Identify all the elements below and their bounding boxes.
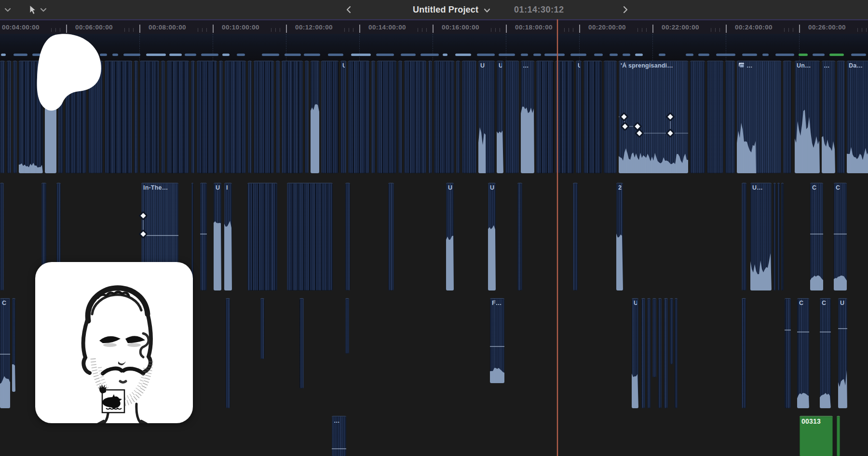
clip-volume-line[interactable] — [820, 332, 831, 332]
audio-clip[interactable] — [345, 298, 349, 354]
audio-clip[interactable] — [226, 298, 230, 408]
clip-volume-line[interactable] — [141, 235, 178, 236]
audio-clip[interactable] — [517, 183, 522, 290]
audio-clip[interactable] — [785, 298, 791, 408]
audio-clip[interactable] — [191, 61, 195, 173]
audio-clip-[interactable]: … — [822, 61, 835, 173]
audio-clip[interactable] — [783, 61, 791, 173]
audio-clip-[interactable]: … — [737, 61, 781, 173]
audio-clip[interactable] — [161, 61, 165, 173]
audio-clip[interactable] — [573, 183, 578, 290]
audio-clip[interactable] — [404, 61, 426, 173]
audio-clip-[interactable]: … — [521, 61, 534, 173]
audio-clip-un[interactable]: Un… — [795, 61, 820, 173]
audio-clip[interactable] — [434, 61, 454, 173]
previous-item-button[interactable] — [345, 0, 352, 19]
audio-clip[interactable] — [19, 61, 43, 173]
audio-clip-u[interactable]: U — [576, 61, 582, 173]
audio-clip-sprengisandi[interactable]: 'Á sprengisandi… — [619, 61, 688, 173]
audio-clip[interactable] — [428, 61, 432, 173]
audio-clip[interactable] — [377, 61, 396, 173]
audio-clip[interactable] — [0, 61, 5, 173]
audio-clip-i[interactable]: I — [224, 183, 232, 290]
audio-clip[interactable] — [742, 183, 746, 290]
audio-clip[interactable] — [305, 61, 309, 173]
audio-clip[interactable] — [837, 61, 845, 173]
audio-clip[interactable] — [664, 298, 668, 408]
audio-clip[interactable] — [505, 61, 519, 173]
audio-clip[interactable] — [777, 183, 780, 290]
audio-clip[interactable] — [287, 183, 333, 290]
audio-clip[interactable] — [134, 61, 138, 173]
audio-clip-u[interactable]: U — [488, 183, 496, 290]
audio-clip-u[interactable]: U — [446, 183, 454, 290]
audio-clip[interactable] — [348, 61, 369, 173]
audio-clip[interactable] — [583, 61, 602, 173]
clip-volume-line[interactable] — [810, 234, 823, 235]
audio-clip[interactable] — [647, 298, 651, 408]
audio-clip[interactable] — [247, 183, 277, 290]
audio-clip[interactable] — [58, 61, 63, 173]
audio-clip[interactable] — [197, 61, 217, 173]
audio-clip-2[interactable]: 2 — [616, 183, 623, 290]
audio-clip[interactable] — [200, 183, 207, 290]
clip-volume-line[interactable] — [785, 330, 791, 331]
audio-clip-c[interactable]: C — [820, 298, 831, 408]
audio-clip[interactable] — [299, 298, 304, 388]
audio-clip[interactable] — [167, 61, 189, 173]
audio-clip-u[interactable]: U — [838, 298, 847, 408]
audio-clip-u[interactable]: U — [497, 61, 503, 173]
next-item-button[interactable] — [622, 0, 629, 19]
audio-clip[interactable] — [670, 298, 673, 364]
audio-clip[interactable] — [781, 183, 784, 290]
audio-clip-c[interactable]: C — [0, 298, 10, 408]
audio-clip[interactable] — [225, 61, 246, 173]
audio-clip-[interactable]: … — [332, 416, 346, 456]
audio-clip[interactable] — [658, 298, 662, 408]
audio-clip[interactable] — [13, 61, 17, 173]
audio-clip[interactable] — [12, 298, 15, 392]
audio-clip[interactable] — [773, 183, 776, 290]
project-title-dropdown[interactable]: Untitled Project — [413, 0, 491, 19]
cursor-tool-button[interactable] — [28, 0, 47, 19]
clip-volume-line[interactable] — [332, 448, 346, 449]
audio-clip[interactable] — [536, 61, 554, 173]
audio-clip[interactable] — [837, 416, 840, 456]
audio-clip-u[interactable]: U — [340, 61, 346, 173]
audio-clip[interactable] — [248, 61, 252, 173]
audio-clip[interactable] — [690, 61, 705, 173]
audio-clip[interactable] — [45, 61, 56, 173]
audio-clip[interactable] — [0, 183, 4, 290]
audio-clip[interactable] — [282, 61, 303, 173]
audio-clip[interactable] — [260, 298, 264, 359]
audio-clip[interactable] — [345, 183, 350, 290]
clip-volume-line[interactable] — [0, 354, 10, 355]
audio-clip[interactable] — [105, 61, 132, 173]
audio-clip[interactable] — [254, 61, 274, 173]
audio-clip-c[interactable]: C — [834, 183, 847, 290]
audio-clip[interactable] — [652, 298, 656, 377]
audio-clip[interactable] — [276, 61, 280, 173]
audio-clip-00313[interactable]: 00313 — [800, 416, 833, 456]
audio-clip[interactable] — [742, 298, 746, 408]
audio-clip[interactable] — [456, 61, 460, 173]
audio-clip-u[interactable]: U — [478, 61, 495, 173]
audio-clip[interactable] — [398, 61, 402, 173]
audio-clip[interactable] — [675, 298, 678, 408]
audio-clip[interactable] — [140, 61, 159, 173]
audio-clip[interactable] — [604, 61, 617, 173]
audio-clip[interactable] — [88, 61, 103, 173]
clip-volume-line[interactable] — [834, 234, 847, 235]
audio-clip[interactable] — [7, 61, 11, 173]
audio-clip[interactable] — [219, 61, 223, 173]
audio-clip[interactable] — [462, 61, 476, 173]
audio-clip-u[interactable]: U — [214, 183, 221, 290]
timeline-ruler[interactable]: 00:04:00:0000:06:00:0000:08:00:0000:10:0… — [0, 19, 868, 35]
audio-clip[interactable] — [725, 61, 735, 173]
audio-clip-f[interactable]: F… — [490, 298, 504, 383]
audio-clip[interactable] — [321, 61, 339, 173]
clip-volume-line[interactable] — [490, 346, 504, 347]
audio-clip[interactable] — [311, 61, 319, 173]
audio-clip[interactable] — [371, 61, 375, 173]
audio-clip[interactable] — [707, 61, 723, 173]
